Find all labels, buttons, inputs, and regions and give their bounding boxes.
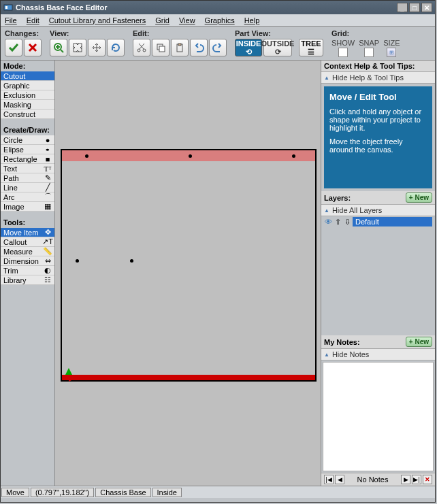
paste-button[interactable] (171, 39, 189, 56)
library-icon: ☷ (44, 276, 52, 284)
menu-file[interactable]: File (5, 16, 17, 24)
layer-row-default[interactable]: 👁 ⇧ ⇩ Default (321, 216, 435, 227)
new-layer-button[interactable]: + New (406, 192, 432, 203)
selected-edge-bottom[interactable] (62, 375, 315, 380)
tool-dimension[interactable]: Dimension⇔ (1, 256, 54, 266)
canvas[interactable] (55, 61, 321, 486)
vertex-dot[interactable] (292, 154, 295, 158)
edit-label: Edit: (133, 29, 227, 37)
status-side: Inside (152, 488, 182, 497)
tools-header: Tools: (1, 217, 54, 228)
cancel-button[interactable] (24, 39, 42, 56)
mode-graphic[interactable]: Graphic (1, 81, 54, 90)
menu-edit[interactable]: Edit (27, 16, 39, 24)
create-arc[interactable]: Arc⌒ (1, 192, 54, 202)
accept-button[interactable] (5, 39, 22, 56)
grid-show-checkbox[interactable] (338, 48, 348, 57)
new-note-button[interactable]: + New (406, 337, 432, 347)
callout-icon: ↗T (44, 238, 52, 246)
svg-rect-0 (4, 5, 12, 10)
tip-title: Move / Edit Tool (329, 92, 427, 102)
vertex-dot[interactable] (189, 154, 192, 158)
menu-bar: File Edit Cutout Library and Fasteners G… (1, 14, 435, 27)
origin-x-arrow (69, 375, 76, 382)
zoom-fit-button[interactable] (69, 39, 86, 56)
hide-tips-toggle[interactable]: ▲Hide Help & Tool Tips (321, 72, 435, 84)
mode-masking[interactable]: Masking (1, 100, 54, 110)
maximize-button[interactable]: □ (409, 3, 420, 12)
grid-size-button[interactable]: ⊞ (387, 48, 396, 57)
status-mode: Move (1, 488, 29, 497)
pan-button[interactable] (88, 39, 106, 56)
rectangle-icon: ■ (44, 155, 52, 163)
vertex-dot[interactable] (85, 154, 88, 158)
note-next-button[interactable]: ▶ (401, 475, 410, 484)
create-image[interactable]: Image▦ (1, 202, 54, 212)
tip-paragraph-1: Click and hold any object or shape withi… (329, 107, 427, 132)
view-label: View: (50, 29, 125, 37)
no-notes-label: No Notes (346, 475, 400, 484)
mode-construct[interactable]: Construct (1, 110, 54, 119)
move-down-icon[interactable]: ⇩ (343, 218, 351, 226)
notes-textarea[interactable] (323, 362, 434, 471)
tool-trim[interactable]: Trim◐ (1, 266, 54, 275)
eye-icon[interactable]: 👁 (324, 218, 332, 226)
menu-cutout-library[interactable]: Cutout Library and Fasteners (49, 16, 146, 24)
svg-rect-7 (159, 46, 165, 52)
tree-button[interactable]: TREE☰ (299, 39, 323, 56)
close-button[interactable]: ✕ (421, 3, 432, 12)
create-rectangle[interactable]: Rectangle■ (1, 154, 54, 164)
menu-help[interactable]: Help (244, 16, 260, 24)
tip-paragraph-2: Move the object freely around the canvas… (329, 137, 427, 154)
create-line[interactable]: Line╱ (1, 183, 54, 192)
svg-point-4 (137, 49, 140, 52)
image-icon: ▦ (44, 203, 52, 211)
window-title: Chassis Base Face Editor (16, 3, 108, 12)
inside-view-button[interactable]: INSIDE⟲ (235, 39, 262, 56)
tool-measure[interactable]: Measure📏 (1, 247, 54, 256)
tool-tip-box: Move / Edit Tool Click and hold any obje… (324, 86, 432, 188)
app-icon (3, 3, 13, 12)
create-path[interactable]: Path✎ (1, 173, 54, 183)
status-part: Chassis Base (95, 488, 150, 497)
grid-size-label: SIZE (383, 39, 400, 47)
collapse-icon: ▲ (324, 75, 329, 81)
outside-view-button[interactable]: OUTSIDE⟳ (263, 39, 292, 56)
chassis-face-outline[interactable] (61, 149, 317, 382)
menu-view[interactable]: View (179, 16, 195, 24)
create-circle[interactable]: Circle● (1, 135, 54, 145)
create-text[interactable]: TextTT (1, 164, 54, 173)
redo-button[interactable] (209, 39, 227, 56)
vertex-dot[interactable] (130, 259, 133, 263)
minimize-button[interactable]: _ (397, 3, 408, 12)
move-up-icon[interactable]: ⇧ (334, 218, 342, 226)
layer-name[interactable]: Default (353, 217, 432, 226)
note-prev-button[interactable]: ◀ (335, 475, 344, 484)
tool-callout[interactable]: Callout↗T (1, 237, 54, 247)
cut-button[interactable] (133, 39, 150, 56)
dimension-icon: ⇔ (44, 257, 52, 265)
copy-button[interactable] (152, 39, 169, 56)
note-first-button[interactable]: |◀ (324, 475, 334, 484)
grid-snap-checkbox[interactable] (364, 48, 374, 57)
note-delete-button[interactable]: ✕ (423, 475, 432, 484)
grid-show-label: SHOW (331, 39, 355, 47)
undo-button[interactable] (190, 39, 208, 56)
changes-label: Changes: (5, 29, 42, 37)
note-last-button[interactable]: ▶| (412, 475, 421, 484)
menu-graphics[interactable]: Graphics (205, 16, 235, 24)
tool-move-item[interactable]: Move Item✥ (1, 228, 54, 237)
refresh-button[interactable] (107, 39, 125, 56)
hide-layers-toggle[interactable]: ▲Hide All Layers (321, 205, 435, 216)
context-help-header: Context Help & Tool Tips: (324, 62, 415, 70)
path-icon: ✎ (44, 174, 52, 182)
hide-notes-toggle[interactable]: ▲Hide Notes (321, 349, 435, 360)
tool-library[interactable]: Library☷ (1, 275, 54, 285)
create-elipse[interactable]: Elipse● (1, 145, 54, 154)
zoom-in-button[interactable] (50, 39, 67, 56)
vertex-dot[interactable] (76, 259, 79, 263)
mode-cutout[interactable]: Cutout (1, 71, 54, 81)
menu-grid[interactable]: Grid (155, 16, 169, 24)
mode-exclusion[interactable]: Exclusion (1, 90, 54, 100)
ellipse-icon: ● (44, 147, 52, 152)
